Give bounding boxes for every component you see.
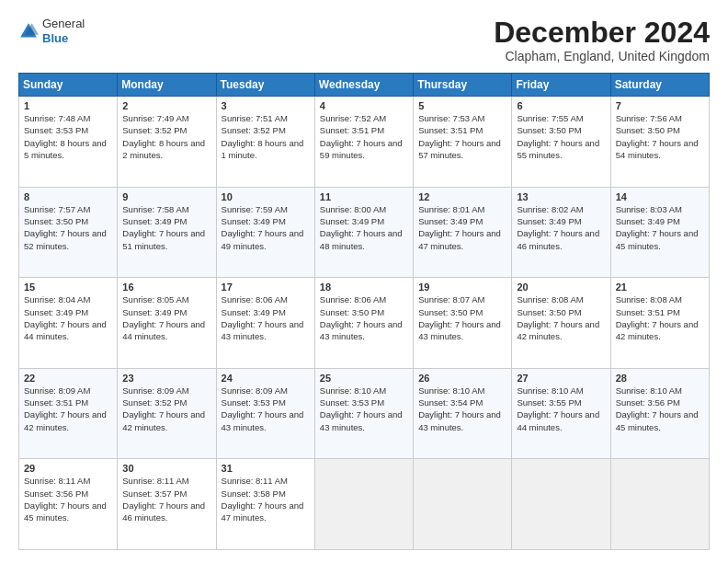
day-content: Sunrise: 7:56 AM Sunset: 3:50 PM Dayligh…	[616, 112, 704, 161]
logo: General Blue	[18, 17, 85, 45]
calendar-cell: 5Sunrise: 7:53 AM Sunset: 3:51 PM Daylig…	[414, 97, 512, 188]
day-number: 14	[616, 191, 704, 202]
calendar-cell	[610, 459, 709, 550]
day-content: Sunrise: 8:11 AM Sunset: 3:57 PM Dayligh…	[122, 475, 210, 523]
day-number: 16	[122, 282, 210, 293]
day-number: 11	[320, 191, 408, 202]
weekday-header: Monday	[118, 74, 216, 97]
calendar-cell: 22Sunrise: 8:09 AM Sunset: 3:51 PM Dayli…	[19, 368, 118, 459]
day-number: 1	[24, 100, 112, 111]
day-number: 27	[517, 373, 605, 384]
day-number: 21	[616, 282, 704, 293]
calendar-week-row: 29Sunrise: 8:11 AM Sunset: 3:56 PM Dayli…	[19, 459, 710, 550]
calendar-cell: 24Sunrise: 8:09 AM Sunset: 3:53 PM Dayli…	[216, 368, 314, 459]
weekday-header: Tuesday	[216, 74, 314, 97]
day-number: 20	[517, 282, 605, 293]
day-content: Sunrise: 8:00 AM Sunset: 3:49 PM Dayligh…	[320, 203, 408, 252]
calendar-cell: 27Sunrise: 8:10 AM Sunset: 3:55 PM Dayli…	[512, 368, 610, 459]
calendar-week-row: 22Sunrise: 8:09 AM Sunset: 3:51 PM Dayli…	[19, 368, 710, 459]
logo-icon	[18, 21, 39, 41]
calendar-cell: 19Sunrise: 8:07 AM Sunset: 3:50 PM Dayli…	[414, 278, 512, 369]
calendar-cell: 9Sunrise: 7:58 AM Sunset: 3:49 PM Daylig…	[118, 187, 216, 278]
calendar-cell: 30Sunrise: 8:11 AM Sunset: 3:57 PM Dayli…	[118, 459, 216, 550]
day-content: Sunrise: 8:10 AM Sunset: 3:53 PM Dayligh…	[320, 385, 408, 433]
weekday-header: Thursday	[414, 74, 512, 97]
day-content: Sunrise: 8:03 AM Sunset: 3:49 PM Dayligh…	[616, 203, 704, 252]
day-content: Sunrise: 8:06 AM Sunset: 3:50 PM Dayligh…	[320, 293, 408, 342]
calendar-cell: 23Sunrise: 8:09 AM Sunset: 3:52 PM Dayli…	[118, 368, 216, 459]
calendar-cell	[414, 459, 512, 550]
weekday-header: Friday	[512, 74, 610, 97]
calendar-cell: 1Sunrise: 7:48 AM Sunset: 3:53 PM Daylig…	[19, 97, 118, 188]
calendar-cell: 31Sunrise: 8:11 AM Sunset: 3:58 PM Dayli…	[216, 459, 314, 550]
calendar-cell: 28Sunrise: 8:10 AM Sunset: 3:56 PM Dayli…	[610, 368, 709, 459]
day-number: 12	[418, 191, 506, 202]
weekday-header: Saturday	[610, 74, 709, 97]
day-content: Sunrise: 7:49 AM Sunset: 3:52 PM Dayligh…	[122, 112, 210, 161]
calendar-cell: 26Sunrise: 8:10 AM Sunset: 3:54 PM Dayli…	[414, 368, 512, 459]
day-number: 18	[320, 282, 408, 293]
day-content: Sunrise: 8:07 AM Sunset: 3:50 PM Dayligh…	[418, 293, 506, 342]
calendar-cell: 21Sunrise: 8:08 AM Sunset: 3:51 PM Dayli…	[610, 278, 709, 369]
day-content: Sunrise: 7:53 AM Sunset: 3:51 PM Dayligh…	[418, 112, 506, 161]
day-number: 31	[222, 463, 310, 474]
day-number: 23	[122, 373, 210, 384]
calendar-cell: 8Sunrise: 7:57 AM Sunset: 3:50 PM Daylig…	[19, 187, 118, 278]
day-number: 15	[24, 282, 112, 293]
day-content: Sunrise: 8:01 AM Sunset: 3:49 PM Dayligh…	[418, 203, 506, 252]
day-content: Sunrise: 8:08 AM Sunset: 3:51 PM Dayligh…	[616, 293, 704, 342]
calendar-cell: 13Sunrise: 8:02 AM Sunset: 3:49 PM Dayli…	[512, 187, 610, 278]
day-content: Sunrise: 8:04 AM Sunset: 3:49 PM Dayligh…	[24, 293, 112, 342]
calendar-week-row: 15Sunrise: 8:04 AM Sunset: 3:49 PM Dayli…	[19, 278, 710, 369]
calendar-cell: 16Sunrise: 8:05 AM Sunset: 3:49 PM Dayli…	[118, 278, 216, 369]
day-number: 22	[24, 373, 112, 384]
day-number: 7	[616, 100, 704, 111]
day-content: Sunrise: 7:57 AM Sunset: 3:50 PM Dayligh…	[24, 203, 112, 252]
day-content: Sunrise: 7:52 AM Sunset: 3:51 PM Dayligh…	[320, 112, 408, 161]
day-number: 10	[222, 191, 310, 202]
month-title: December 2024	[494, 17, 710, 49]
weekday-header: Wednesday	[314, 74, 413, 97]
day-content: Sunrise: 8:08 AM Sunset: 3:50 PM Dayligh…	[517, 293, 605, 342]
day-number: 5	[418, 100, 506, 111]
day-number: 30	[122, 463, 210, 474]
day-content: Sunrise: 8:10 AM Sunset: 3:54 PM Dayligh…	[418, 385, 506, 433]
calendar-cell: 18Sunrise: 8:06 AM Sunset: 3:50 PM Dayli…	[314, 278, 413, 369]
calendar-cell: 6Sunrise: 7:55 AM Sunset: 3:50 PM Daylig…	[512, 97, 610, 188]
day-content: Sunrise: 8:02 AM Sunset: 3:49 PM Dayligh…	[517, 203, 605, 252]
calendar-cell	[512, 459, 610, 550]
calendar-table: SundayMondayTuesdayWednesdayThursdayFrid…	[18, 73, 710, 550]
calendar-cell: 12Sunrise: 8:01 AM Sunset: 3:49 PM Dayli…	[414, 187, 512, 278]
day-number: 6	[517, 100, 605, 111]
header: General Blue December 2024 Clapham, Engl…	[18, 17, 710, 63]
weekday-header: Sunday	[19, 74, 118, 97]
day-number: 4	[320, 100, 408, 111]
day-content: Sunrise: 8:05 AM Sunset: 3:49 PM Dayligh…	[122, 293, 210, 342]
day-content: Sunrise: 8:09 AM Sunset: 3:52 PM Dayligh…	[122, 385, 210, 433]
calendar-cell: 17Sunrise: 8:06 AM Sunset: 3:49 PM Dayli…	[216, 278, 314, 369]
calendar-cell: 7Sunrise: 7:56 AM Sunset: 3:50 PM Daylig…	[610, 97, 709, 188]
calendar-header-row: SundayMondayTuesdayWednesdayThursdayFrid…	[19, 74, 710, 97]
calendar-cell: 25Sunrise: 8:10 AM Sunset: 3:53 PM Dayli…	[314, 368, 413, 459]
title-section: December 2024 Clapham, England, United K…	[494, 17, 710, 63]
day-number: 9	[122, 191, 210, 202]
calendar-cell: 10Sunrise: 7:59 AM Sunset: 3:49 PM Dayli…	[216, 187, 314, 278]
day-content: Sunrise: 7:48 AM Sunset: 3:53 PM Dayligh…	[24, 112, 112, 161]
calendar-cell: 20Sunrise: 8:08 AM Sunset: 3:50 PM Dayli…	[512, 278, 610, 369]
page: General Blue December 2024 Clapham, Engl…	[0, 0, 728, 563]
day-number: 17	[222, 282, 310, 293]
day-number: 8	[24, 191, 112, 202]
day-number: 13	[517, 191, 605, 202]
logo-general-text: General	[42, 17, 85, 31]
calendar-cell: 4Sunrise: 7:52 AM Sunset: 3:51 PM Daylig…	[314, 97, 413, 188]
day-number: 25	[320, 373, 408, 384]
logo-blue-text: Blue	[42, 31, 85, 46]
location: Clapham, England, United Kingdom	[494, 49, 710, 63]
day-content: Sunrise: 8:11 AM Sunset: 3:56 PM Dayligh…	[24, 475, 112, 523]
calendar-week-row: 8Sunrise: 7:57 AM Sunset: 3:50 PM Daylig…	[19, 187, 710, 278]
day-content: Sunrise: 8:09 AM Sunset: 3:53 PM Dayligh…	[222, 385, 310, 433]
day-number: 28	[616, 373, 704, 384]
calendar-cell: 3Sunrise: 7:51 AM Sunset: 3:52 PM Daylig…	[216, 97, 314, 188]
day-content: Sunrise: 7:59 AM Sunset: 3:49 PM Dayligh…	[222, 203, 310, 252]
calendar-week-row: 1Sunrise: 7:48 AM Sunset: 3:53 PM Daylig…	[19, 97, 710, 188]
